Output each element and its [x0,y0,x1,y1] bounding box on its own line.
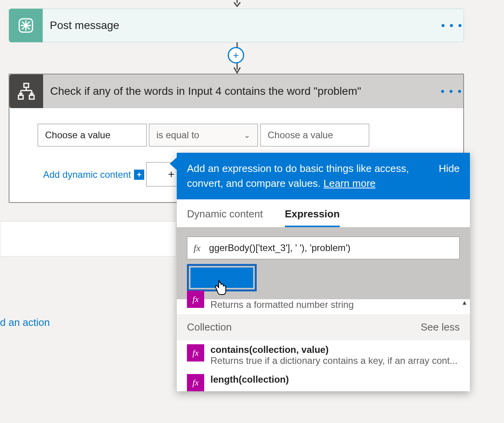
svg-rect-12 [29,95,34,99]
tab-expression[interactable]: Expression [285,208,340,227]
ok-button[interactable] [190,268,253,288]
condition-icon [9,74,43,108]
add-dynamic-content-link[interactable]: Add dynamic content + [43,169,144,180]
condition-value-left-placeholder: Choose a value [45,130,111,141]
expression-flyout: Add an expression to do basic things lik… [177,153,470,391]
function-desc: Returns a formatted number string [210,299,354,310]
svg-rect-6 [24,83,29,87]
scroll-up-icon[interactable]: ▲ [461,299,468,306]
function-signature: length(collection) [210,374,289,385]
function-item-formatnumber[interactable]: fx Returns a formatted number string [177,299,470,314]
condition-operator-select[interactable]: is equal to ⌄ [149,124,258,146]
condition-menu[interactable]: • • • [440,85,463,98]
fx-icon: fx [194,243,200,253]
dynamic-plus-icon: + [134,170,144,180]
post-message-menu[interactable]: • • • [440,19,464,32]
condition-value-right[interactable]: Choose a value [260,124,369,146]
section-collection-label: Collection [187,321,232,333]
function-item-contains[interactable]: fx contains(collection, value) Returns t… [177,340,470,370]
branch-card-fragment [0,221,176,257]
flyout-tabs: Dynamic content Expression [177,199,470,227]
condition-header[interactable]: Check if any of the words in Input 4 con… [9,74,463,108]
ok-button-highlight [187,264,257,291]
hide-banner-button[interactable]: Hide [439,161,460,176]
post-message-card[interactable]: Post message • • • [9,9,464,42]
condition-operator-value: is equal to [156,130,199,141]
function-list: ▲ fx Returns a formatted number string C… [177,299,470,391]
expression-input[interactable]: fx ggerBody()['text_3'], ' '), 'problem'… [187,237,460,259]
expression-editor-area: fx ggerBody()['text_3'], ' '), 'problem'… [177,227,470,299]
section-collection: Collection See less [177,314,470,340]
function-item-length[interactable]: fx length(collection) [177,370,470,391]
function-signature: contains(collection, value) [210,344,458,355]
fx-badge-icon: fx [187,344,204,362]
flyout-caret-icon [170,157,177,170]
function-desc: Returns true if a dictionary contains a … [210,355,458,366]
add-step-button[interactable]: + [228,47,244,63]
tab-dynamic-content[interactable]: Dynamic content [187,208,263,227]
chevron-down-icon: ⌄ [244,130,250,140]
svg-rect-11 [18,95,23,99]
flyout-banner-text: Add an expression to do basic things lik… [187,163,409,189]
condition-title: Check if any of the words in Input 4 con… [43,85,440,98]
fx-badge-icon: fx [187,374,204,391]
flow-arrow-top-icon [232,0,242,7]
post-message-title: Post message [43,19,440,32]
post-message-icon [9,9,43,42]
fx-badge-icon: fx [187,291,204,308]
add-action-link-fragment[interactable]: d an action [0,316,50,329]
flyout-banner: Add an expression to do basic things lik… [177,153,470,199]
add-dynamic-content-label: Add dynamic content [43,169,131,180]
learn-more-link[interactable]: Learn more [323,177,375,189]
expression-value: ggerBody()['text_3'], ' '), 'problem') [209,242,350,253]
plus-icon: + [233,49,239,61]
condition-value-right-placeholder: Choose a value [268,130,333,141]
see-less-link[interactable]: See less [421,321,460,333]
condition-value-left[interactable]: Choose a value [38,124,147,146]
